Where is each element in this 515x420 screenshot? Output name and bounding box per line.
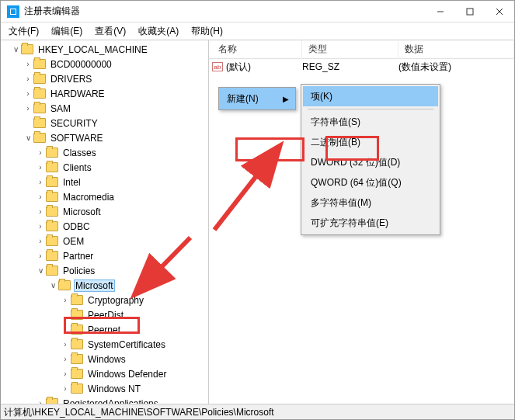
menu-edit[interactable]: 编辑(E): [47, 23, 87, 40]
tree-item[interactable]: ›DRIVERS: [1, 71, 208, 86]
col-name[interactable]: 名称: [212, 40, 302, 59]
menu-bar: 文件(F) 编辑(E) 查看(V) 收藏夹(A) 帮助(H): [1, 23, 514, 40]
tree-item[interactable]: ›BCD00000000: [1, 57, 208, 71]
menu-help[interactable]: 帮助(H): [186, 23, 228, 40]
tree-item[interactable]: ›SystemCertificates: [1, 337, 208, 352]
tree-item[interactable]: Peernet: [1, 322, 208, 337]
menu-file[interactable]: 文件(F): [4, 23, 43, 40]
tree-item-policies[interactable]: ∨Policies: [1, 263, 208, 278]
menu-item-qword[interactable]: QWORD (64 位)值(Q): [303, 172, 438, 193]
app-icon: [7, 5, 19, 18]
close-button[interactable]: [485, 2, 514, 22]
tree-item[interactable]: ›Clients: [1, 160, 208, 175]
tree-item[interactable]: ›Windows: [1, 352, 208, 366]
menu-item-string[interactable]: 字符串值(S): [303, 112, 438, 132]
tree-item[interactable]: ›Classes: [1, 145, 208, 160]
tree-item[interactable]: ›Cryptography: [1, 293, 208, 307]
tree-item[interactable]: ›RegisteredApplications: [1, 396, 208, 404]
tree-pane[interactable]: ∨HKEY_LOCAL_MACHINE ›BCD00000000 ›DRIVER…: [1, 40, 209, 404]
tree-item[interactable]: ›Microsoft: [1, 204, 208, 219]
string-value-icon: ab: [212, 62, 223, 71]
tree-item[interactable]: ›ODBC: [1, 219, 208, 234]
col-data[interactable]: 数据: [398, 40, 514, 59]
menu-view[interactable]: 查看(V): [90, 23, 130, 40]
title-bar: 注册表编辑器: [1, 1, 514, 23]
tree-item[interactable]: ›OEM: [1, 234, 208, 248]
tree-item[interactable]: ›Windows Defender: [1, 366, 208, 381]
tree-item[interactable]: ›Windows NT: [1, 381, 208, 396]
tree-item[interactable]: SECURITY: [1, 116, 208, 130]
tree-item-software[interactable]: ∨SOFTWARE: [1, 130, 208, 145]
menu-item-new[interactable]: 新建(N)▶: [219, 88, 295, 109]
status-path: 计算机\HKEY_LOCAL_MACHINE\SOFTWARE\Policies…: [4, 407, 274, 418]
menu-item-dword[interactable]: DWORD (32 位)值(D): [303, 152, 438, 172]
window-title: 注册表编辑器: [24, 5, 426, 18]
list-row-default[interactable]: ab(默认) REG_SZ (数值未设置): [209, 59, 514, 75]
menu-item-expand[interactable]: 可扩充字符串值(E): [303, 213, 438, 233]
tree-item[interactable]: ›HARDWARE: [1, 86, 208, 101]
svg-rect-1: [467, 9, 473, 15]
tree-item-hklm[interactable]: ∨HKEY_LOCAL_MACHINE: [1, 42, 208, 57]
tree-item[interactable]: PeerDist: [1, 307, 208, 322]
list-header: 名称 类型 数据: [209, 40, 514, 59]
tree-item[interactable]: ›SAM: [1, 101, 208, 116]
menu-item-multi[interactable]: 多字符串值(M): [303, 193, 438, 213]
submenu-arrow-icon: ▶: [283, 95, 289, 103]
tree-item[interactable]: ›Macromedia: [1, 189, 208, 204]
tree-item[interactable]: ›Intel: [1, 175, 208, 189]
maximize-button[interactable]: [455, 2, 485, 22]
col-type[interactable]: 类型: [302, 40, 398, 59]
menu-item-key[interactable]: 项(K): [303, 86, 438, 106]
menu-favorites[interactable]: 收藏夹(A): [134, 23, 183, 40]
context-menu-new: 新建(N)▶: [218, 87, 296, 110]
tree-item[interactable]: ›Partner: [1, 248, 208, 263]
context-submenu: 项(K) 字符串值(S) 二进制值(B) DWORD (32 位)值(D) QW…: [301, 84, 440, 235]
list-pane[interactable]: 名称 类型 数据 ab(默认) REG_SZ (数值未设置) 新建(N)▶ 项(…: [209, 40, 514, 404]
menu-item-binary[interactable]: 二进制值(B): [303, 132, 438, 152]
tree-item-microsoft-selected[interactable]: ∨Microsoft: [1, 278, 208, 293]
minimize-button[interactable]: [426, 2, 455, 22]
status-bar: 计算机\HKEY_LOCAL_MACHINE\SOFTWARE\Policies…: [1, 404, 514, 419]
